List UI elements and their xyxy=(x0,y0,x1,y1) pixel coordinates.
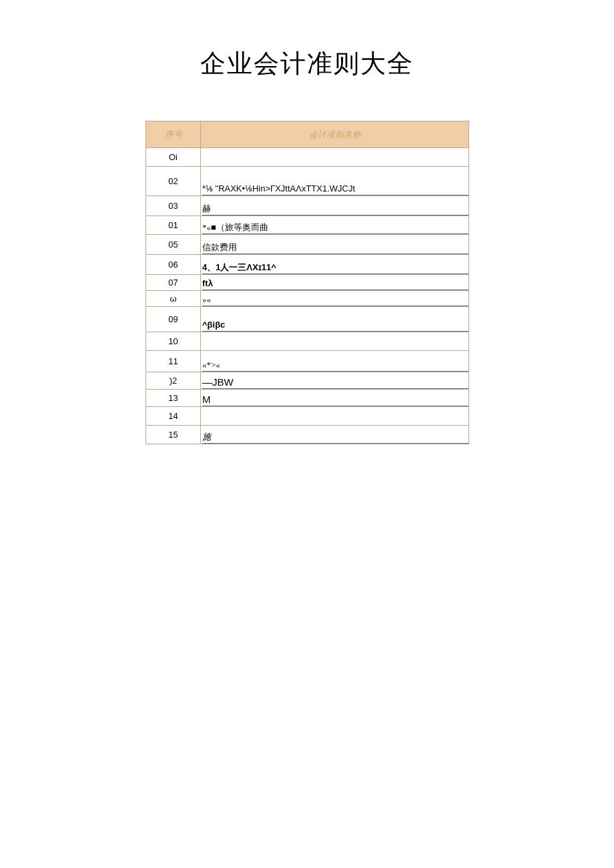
table-row: 01 *«■（旅等奥而曲 xyxy=(146,216,469,235)
page-title: 企业会计准则大全 xyxy=(0,0,614,121)
cell-name: 施 xyxy=(201,426,469,444)
table-row: 06 4、1人一三ΛXɪ11^ xyxy=(146,255,469,275)
table-row: 09 ^βiβc xyxy=(146,307,469,332)
cell-seq: 10 xyxy=(146,332,201,351)
cell-seq: 02 xyxy=(146,167,201,196)
cell-seq: 09 xyxy=(146,307,201,332)
table-row: 15 施 xyxy=(146,426,469,444)
cell-seq: 06 xyxy=(146,255,201,275)
table-row: 02 *⅛ "RAXK•⅛Hin>ΓXJttAΛxTTX1.WJCJt xyxy=(146,167,469,196)
cell-name: 4、1人一三ΛXɪ11^ xyxy=(201,255,469,275)
table-row: 05 信款费用 xyxy=(146,235,469,255)
cell-seq: 13 xyxy=(146,390,201,407)
table-row: 07 ftλ xyxy=(146,275,469,291)
cell-seq: 11 xyxy=(146,351,201,372)
cell-name: ^βiβc xyxy=(201,307,469,332)
cell-name: *⅛ "RAXK•⅛Hin>ΓXJttAΛxTTX1.WJCJt xyxy=(201,167,469,196)
cell-seq: ω xyxy=(146,291,201,307)
table-row: )2 —JBW xyxy=(146,372,469,390)
standards-table: 序号 会计准则名称 Oi 02 *⅛ "RAXK•⅛Hin>ΓXJttAΛxTT… xyxy=(145,121,469,444)
table-row: 13 M xyxy=(146,390,469,407)
table-row: ω »« xyxy=(146,291,469,307)
cell-name: —JBW xyxy=(201,372,469,390)
cell-seq: 01 xyxy=(146,216,201,235)
cell-name: 赫 xyxy=(201,196,469,216)
header-name: 会计准则名称 xyxy=(201,121,469,148)
table-row: 10 xyxy=(146,332,469,351)
cell-name: «*>« xyxy=(201,351,469,372)
cell-name: ftλ xyxy=(201,275,469,291)
cell-name: *«■（旅等奥而曲 xyxy=(201,216,469,235)
table-row: Oi xyxy=(146,148,469,167)
cell-seq: 05 xyxy=(146,235,201,255)
cell-name: 信款费用 xyxy=(201,235,469,255)
cell-seq: 15 xyxy=(146,426,201,444)
cell-name: »« xyxy=(201,291,469,307)
cell-seq: 07 xyxy=(146,275,201,291)
cell-name xyxy=(201,407,469,426)
cell-seq: Oi xyxy=(146,148,201,167)
table-header-row: 序号 会计准则名称 xyxy=(146,121,469,148)
table-row: 03 赫 xyxy=(146,196,469,216)
cell-seq: 03 xyxy=(146,196,201,216)
cell-name xyxy=(201,332,469,351)
cell-seq: 14 xyxy=(146,407,201,426)
cell-name xyxy=(201,148,469,167)
table-container: 序号 会计准则名称 Oi 02 *⅛ "RAXK•⅛Hin>ΓXJttAΛxTT… xyxy=(145,121,469,444)
table-row: 11 «*>« xyxy=(146,351,469,372)
table-row: 14 xyxy=(146,407,469,426)
cell-seq: )2 xyxy=(146,372,201,390)
cell-name: M xyxy=(201,390,469,407)
header-seq: 序号 xyxy=(146,121,201,148)
